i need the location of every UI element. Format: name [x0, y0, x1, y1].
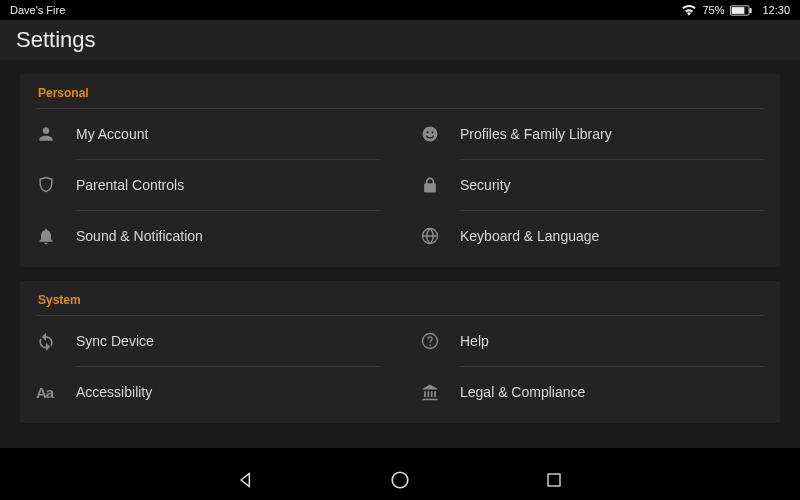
help-icon	[420, 331, 460, 351]
battery-icon	[730, 5, 752, 16]
item-sync-device[interactable]: Sync Device	[36, 316, 380, 366]
aa-icon: Aa	[36, 384, 76, 401]
clock-label: 12:30	[762, 4, 790, 16]
item-legal-compliance[interactable]: Legal & Compliance	[420, 367, 764, 417]
android-nav-bar	[0, 458, 800, 500]
svg-point-9	[392, 472, 408, 488]
item-label: Accessibility	[76, 384, 152, 400]
nav-recent-button[interactable]	[537, 463, 571, 497]
svg-rect-2	[750, 7, 752, 12]
item-label: Profiles & Family Library	[460, 126, 612, 142]
svg-rect-10	[548, 474, 560, 486]
item-label: Legal & Compliance	[460, 384, 585, 400]
battery-percent-label: 75%	[702, 4, 724, 16]
svg-point-4	[426, 131, 428, 133]
nav-home-button[interactable]	[383, 463, 417, 497]
settings-header: Settings	[0, 20, 800, 60]
item-sound-notification[interactable]: Sound & Notification	[36, 211, 380, 261]
item-label: Sync Device	[76, 333, 154, 349]
item-accessibility[interactable]: Aa Accessibility	[36, 367, 380, 417]
lock-icon	[420, 175, 460, 195]
settings-content: Personal My Account Parenta	[0, 60, 800, 448]
item-label: Parental Controls	[76, 177, 184, 193]
svg-rect-1	[732, 7, 745, 14]
svg-point-8	[429, 344, 431, 346]
page-title: Settings	[16, 27, 96, 53]
section-title-personal: Personal	[38, 84, 764, 108]
sync-icon	[36, 331, 76, 351]
globe-icon	[420, 226, 460, 246]
item-parental-controls[interactable]: Parental Controls	[36, 160, 380, 210]
item-help[interactable]: Help	[420, 316, 764, 366]
wifi-icon	[682, 5, 696, 16]
item-security[interactable]: Security	[420, 160, 764, 210]
device-name-label: Dave's Fire	[10, 4, 65, 16]
shield-icon	[36, 175, 76, 195]
svg-point-3	[423, 127, 438, 142]
institution-icon	[420, 382, 460, 402]
bell-icon	[36, 226, 76, 246]
item-label: Security	[460, 177, 511, 193]
item-profiles-family[interactable]: Profiles & Family Library	[420, 109, 764, 159]
status-bar: Dave's Fire 75% 12:30	[0, 0, 800, 20]
person-icon	[36, 124, 76, 144]
item-keyboard-language[interactable]: Keyboard & Language	[420, 211, 764, 261]
section-personal: Personal My Account Parenta	[20, 74, 780, 267]
item-label: My Account	[76, 126, 148, 142]
nav-back-button[interactable]	[229, 463, 263, 497]
face-icon	[420, 124, 460, 144]
item-label: Keyboard & Language	[460, 228, 599, 244]
section-title-system: System	[38, 291, 764, 315]
section-system: System Sync Device Aa Accessibility	[20, 281, 780, 423]
item-label: Sound & Notification	[76, 228, 203, 244]
svg-point-5	[431, 131, 433, 133]
item-my-account[interactable]: My Account	[36, 109, 380, 159]
item-label: Help	[460, 333, 489, 349]
